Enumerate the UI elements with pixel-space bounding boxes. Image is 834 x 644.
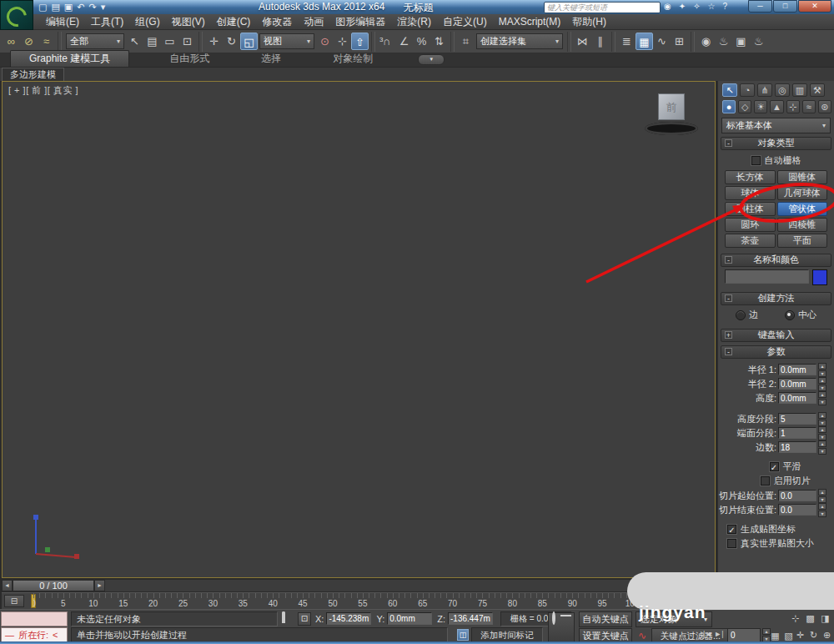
expand-icon[interactable]: + — [725, 331, 732, 339]
render-production-icon[interactable]: ♨ — [750, 33, 767, 50]
set-keys-button[interactable] — [548, 612, 575, 642]
param-value-field[interactable]: 0.0mm — [778, 364, 816, 375]
keyboard-entry-rollout-header[interactable]: + 键盘输入 — [721, 329, 831, 342]
object-type-rollout-header[interactable]: - 对象类型 — [721, 137, 831, 150]
spinner-icon[interactable]: ▴▾ — [818, 503, 826, 517]
spinner-icon[interactable]: ▴▾ — [818, 489, 826, 503]
selection-filter-dropdown[interactable]: 全部▾ — [66, 33, 124, 49]
front-viewport[interactable]: [ + ][ 前 ][ 真实 ] 前 — [2, 81, 716, 578]
curve-editor-icon[interactable]: ∿ — [653, 33, 671, 50]
create-tab-icon[interactable]: ↖ — [722, 83, 737, 97]
object-type-button[interactable]: 平面 — [777, 234, 828, 248]
systems-icon[interactable]: ⊛ — [818, 100, 831, 113]
helpers-icon[interactable]: ⊹ — [786, 100, 800, 113]
menu-item[interactable]: 创建(C) — [211, 15, 257, 29]
select-and-move-icon[interactable]: ✛ — [205, 33, 223, 50]
material-editor-icon[interactable]: ◉ — [697, 33, 715, 50]
utilities-tab-icon[interactable]: ⚒ — [810, 83, 825, 97]
reference-coordinate-dropdown[interactable]: 视图▾ — [259, 33, 314, 49]
zoom-extents-icon[interactable]: ⊹ — [789, 612, 801, 625]
param-value-field[interactable]: 0.0 — [778, 504, 816, 516]
time-configuration-icon[interactable]: ▧ — [782, 630, 795, 642]
ribbon-tab[interactable]: Graphite 建模工具 — [10, 50, 129, 67]
menu-item[interactable]: 工具(T) — [85, 15, 129, 29]
minimize-button[interactable]: ─ — [748, 0, 772, 13]
license-key-icon[interactable]: ✦ — [679, 1, 686, 13]
creation-method-radio[interactable]: 边 — [736, 309, 758, 321]
new-file-icon[interactable]: ▢ — [38, 1, 47, 13]
app-logo-icon[interactable] — [0, 0, 33, 30]
viewcube-cube-icon[interactable]: 前 — [658, 93, 685, 120]
collapse-icon[interactable]: - — [725, 256, 732, 264]
spinner-icon[interactable]: ▴▾ — [818, 391, 826, 405]
add-time-tag-button[interactable]: 添加时间标记 — [471, 627, 543, 642]
ribbon-tab[interactable]: 选择 — [249, 51, 293, 67]
zoom-icon[interactable]: ⊕ — [821, 629, 833, 641]
menu-item[interactable]: 修改器 — [256, 15, 298, 29]
primitive-category-dropdown[interactable]: 标准基本体 ▾ — [721, 118, 831, 133]
time-slider-thumb[interactable]: 0 / 100 — [13, 580, 94, 591]
param-value-field[interactable]: 1 — [778, 427, 816, 439]
space-warps-icon[interactable]: ≈ — [802, 100, 816, 113]
select-and-scale-icon[interactable]: ◱ — [240, 33, 258, 50]
select-and-link-icon[interactable]: ∞ — [3, 33, 20, 50]
select-by-name-icon[interactable]: ▤ — [143, 33, 161, 50]
geometry-icon[interactable]: ● — [722, 100, 736, 113]
lights-icon[interactable]: ☀ — [754, 100, 767, 113]
menu-item[interactable]: MAXScript(M) — [493, 16, 567, 28]
snap-toggle-3d-icon[interactable]: ∩3 — [378, 33, 395, 50]
use-pivot-center-icon[interactable]: ⊙ — [316, 33, 334, 50]
rendered-frame-icon[interactable]: ▣ — [732, 33, 750, 50]
redo-icon[interactable]: ↷ — [88, 1, 96, 13]
maximize-button[interactable]: □ — [773, 0, 797, 13]
percent-snap-icon[interactable]: % — [413, 33, 430, 50]
open-file-icon[interactable]: ▤ — [51, 1, 59, 13]
menu-item[interactable]: 编辑(E) — [40, 15, 85, 29]
collapse-icon[interactable]: - — [725, 139, 732, 147]
go-to-start-icon[interactable]: |◄ — [703, 630, 712, 638]
save-file-icon[interactable]: ▣ — [64, 1, 73, 13]
pan-view-icon[interactable]: ✛ — [794, 629, 806, 641]
creation-method-rollout-header[interactable]: - 创建方法 — [721, 292, 831, 305]
previous-frame-button[interactable]: ◄ — [2, 580, 13, 591]
undo-icon[interactable]: ↶ — [77, 1, 84, 13]
creation-method-radio[interactable]: 中心 — [785, 309, 816, 321]
unlink-selection-icon[interactable]: ⊘ — [20, 33, 38, 50]
coordinate-field[interactable]: -136.447m — [448, 612, 493, 625]
selection-lock-icon[interactable] — [282, 613, 294, 626]
spinner-icon[interactable]: ▴▾ — [818, 412, 826, 426]
object-type-button[interactable]: 圆锥体 — [777, 170, 828, 184]
mini-curve-editor-button[interactable]: ⊟ — [4, 595, 24, 607]
coordinate-field[interactable]: -145.238m — [326, 612, 371, 625]
object-name-input[interactable] — [725, 269, 809, 284]
maxscript-macro-recorder[interactable] — [1, 611, 68, 626]
param-value-field[interactable]: 18 — [778, 441, 816, 453]
spinner-icon[interactable]: ▴▾ — [818, 377, 826, 391]
layer-manager-icon[interactable]: ≣ — [618, 33, 636, 50]
search-binoculars-icon[interactable]: ◉ — [664, 1, 671, 13]
search-input[interactable]: 键入关键字或短语 — [544, 2, 661, 13]
go-to-end-icon[interactable]: ►| — [714, 630, 723, 638]
param-value-field[interactable]: 0.0 — [778, 490, 816, 501]
motion-tab-icon[interactable]: ◎ — [775, 83, 790, 97]
maximize-viewport-toggle-icon[interactable]: ◨ — [819, 612, 831, 625]
parameters-rollout-header[interactable]: - 参数 — [721, 345, 831, 359]
quick-access-caret-icon[interactable]: ▾ — [101, 1, 106, 13]
favorites-star-icon[interactable]: ☆ — [708, 1, 716, 13]
collapse-icon[interactable]: - — [725, 348, 732, 355]
autogrid-checkbox[interactable] — [751, 156, 761, 165]
checkbox-icon[interactable]: ✓ — [770, 462, 779, 471]
viewcube[interactable]: 前 — [645, 93, 698, 135]
help-icon[interactable]: ? — [722, 1, 727, 13]
schematic-view-icon[interactable]: ⊞ — [671, 33, 688, 50]
maxscript-mini-listener[interactable]: — 所在行: < — [1, 627, 68, 642]
param-value-field[interactable]: 0.0mm — [778, 392, 816, 404]
checkbox-icon[interactable] — [761, 476, 770, 486]
auto-key-button[interactable]: 自动关键点 — [579, 611, 632, 627]
modify-tab-icon[interactable]: ◔ — [740, 83, 755, 97]
angle-snap-icon[interactable]: ∠ — [395, 33, 413, 50]
object-color-swatch[interactable] — [812, 269, 827, 285]
align-icon[interactable]: ∥ — [591, 33, 609, 50]
object-type-button[interactable]: 管状体 — [777, 202, 828, 216]
render-setup-icon[interactable]: ♨ — [715, 33, 732, 50]
